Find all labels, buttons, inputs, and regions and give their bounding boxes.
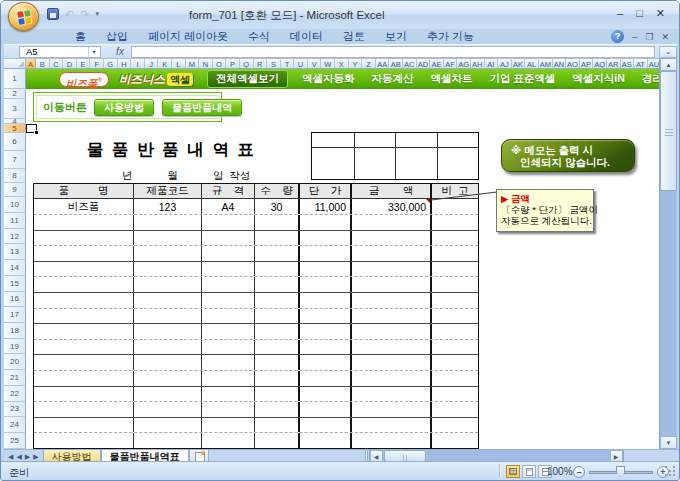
table-cell[interactable] bbox=[432, 277, 478, 292]
table-cell[interactable] bbox=[255, 371, 300, 386]
column-header-P[interactable]: P bbox=[226, 59, 240, 68]
column-header-X[interactable]: X bbox=[335, 59, 349, 68]
column-header-H[interactable]: H bbox=[118, 59, 132, 68]
column-header-AC[interactable]: AC bbox=[403, 59, 417, 68]
table-empty-row[interactable] bbox=[34, 387, 478, 403]
table-cell[interactable] bbox=[352, 340, 432, 355]
doc-minimize-button[interactable]: – bbox=[632, 32, 637, 42]
row-header-24[interactable]: 24 bbox=[4, 417, 26, 433]
table-data-cell-6[interactable] bbox=[432, 199, 478, 214]
column-header-B[interactable]: B bbox=[36, 59, 50, 68]
column-header-AT[interactable]: AT bbox=[634, 59, 648, 68]
table-cell[interactable] bbox=[255, 231, 300, 246]
table-cell[interactable] bbox=[202, 262, 255, 277]
help-icon[interactable]: ? bbox=[611, 30, 624, 43]
table-cell[interactable] bbox=[34, 418, 134, 433]
table-cell[interactable] bbox=[134, 355, 202, 370]
row-header-20[interactable]: 20 bbox=[4, 354, 26, 370]
banner-menu-item-1[interactable]: 엑셀자동화 bbox=[302, 72, 355, 86]
table-cell[interactable] bbox=[134, 246, 202, 261]
column-header-AH[interactable]: AH bbox=[471, 59, 485, 68]
nav-button-1[interactable]: 물품반품내역 bbox=[162, 99, 242, 116]
ribbon-tab-1[interactable]: 삽입 bbox=[96, 29, 138, 44]
column-header-AE[interactable]: AE bbox=[430, 59, 444, 68]
table-cell[interactable] bbox=[255, 340, 300, 355]
table-empty-row[interactable] bbox=[34, 246, 478, 262]
customize-qat-caret-icon[interactable]: ▾ bbox=[95, 10, 99, 18]
column-header-AA[interactable]: AA bbox=[376, 59, 390, 68]
table-cell[interactable] bbox=[300, 418, 352, 433]
table-cell[interactable] bbox=[255, 309, 300, 324]
table-cell[interactable] bbox=[202, 402, 255, 417]
table-cell[interactable] bbox=[134, 215, 202, 230]
redo-icon[interactable]: ↷ bbox=[80, 8, 89, 20]
row-header-15[interactable]: 15 bbox=[4, 276, 26, 292]
column-header-AS[interactable]: AS bbox=[621, 59, 635, 68]
banner-menu-item-5[interactable]: 엑셀지식iN bbox=[572, 72, 625, 86]
table-cell[interactable] bbox=[255, 277, 300, 292]
table-cell[interactable] bbox=[134, 262, 202, 277]
select-all-corner[interactable] bbox=[4, 59, 26, 68]
nav-button-0[interactable]: 사용방법 bbox=[94, 99, 154, 116]
column-header-E[interactable]: E bbox=[77, 59, 91, 68]
table-cell[interactable] bbox=[255, 215, 300, 230]
table-empty-row[interactable] bbox=[34, 371, 478, 387]
table-cell[interactable] bbox=[202, 231, 255, 246]
name-box-caret-icon[interactable]: ▾ bbox=[88, 47, 99, 57]
table-cell[interactable] bbox=[134, 324, 202, 339]
table-header-cell-0[interactable]: 품 명 bbox=[34, 184, 134, 198]
table-cell[interactable] bbox=[34, 262, 134, 277]
table-header-cell-2[interactable]: 규 격 bbox=[202, 184, 255, 198]
table-cell[interactable] bbox=[255, 433, 300, 448]
table-empty-row[interactable] bbox=[34, 433, 478, 448]
column-header-AI[interactable]: AI bbox=[485, 59, 499, 68]
row-header-5[interactable]: 5 bbox=[4, 124, 26, 133]
table-cell[interactable] bbox=[255, 387, 300, 402]
column-header-AP[interactable]: AP bbox=[580, 59, 594, 68]
table-empty-row[interactable] bbox=[34, 293, 478, 309]
table-cell[interactable] bbox=[352, 293, 432, 308]
table-cell[interactable] bbox=[300, 371, 352, 386]
column-header-F[interactable]: F bbox=[90, 59, 104, 68]
table-cell[interactable] bbox=[34, 215, 134, 230]
table-cell[interactable] bbox=[255, 293, 300, 308]
close-button[interactable]: ✕ bbox=[656, 7, 665, 20]
table-cell[interactable] bbox=[202, 340, 255, 355]
column-header-N[interactable]: N bbox=[199, 59, 213, 68]
row-header-16[interactable]: 16 bbox=[4, 292, 26, 308]
save-icon[interactable] bbox=[47, 8, 59, 20]
column-header-M[interactable]: M bbox=[186, 59, 200, 68]
table-cell[interactable] bbox=[255, 324, 300, 339]
table-cell[interactable] bbox=[432, 433, 478, 448]
table-cell[interactable] bbox=[300, 387, 352, 402]
column-header-D[interactable]: D bbox=[63, 59, 77, 68]
business-excel-logo[interactable]: 비즈니스 엑셀 bbox=[119, 72, 193, 87]
row-header-3[interactable]: 3 bbox=[4, 99, 26, 119]
table-header-cell-6[interactable]: 비 고 bbox=[432, 184, 478, 198]
table-cell[interactable] bbox=[300, 262, 352, 277]
column-header-AR[interactable]: AR bbox=[607, 59, 621, 68]
table-cell[interactable] bbox=[432, 246, 478, 261]
banner-menu-item-0[interactable]: 전체엑셀보기 bbox=[207, 70, 288, 88]
table-cell[interactable] bbox=[255, 246, 300, 261]
table-cell[interactable] bbox=[34, 293, 134, 308]
bizform-logo[interactable]: 비즈폼® bbox=[59, 72, 109, 87]
vertical-scrollbar-thumb[interactable] bbox=[660, 71, 677, 191]
row-header-23[interactable]: 23 bbox=[4, 402, 26, 418]
row-header-1[interactable]: 1 bbox=[4, 69, 26, 89]
column-header-C[interactable]: C bbox=[50, 59, 64, 68]
column-header-S[interactable]: S bbox=[267, 59, 281, 68]
column-header-AN[interactable]: AN bbox=[553, 59, 567, 68]
table-cell[interactable] bbox=[352, 262, 432, 277]
table-cell[interactable] bbox=[432, 418, 478, 433]
row-header-7[interactable]: 7 bbox=[4, 151, 26, 169]
table-cell[interactable] bbox=[300, 231, 352, 246]
table-empty-row[interactable] bbox=[34, 355, 478, 371]
formula-input[interactable] bbox=[131, 46, 655, 58]
table-cell[interactable] bbox=[300, 433, 352, 448]
table-cell[interactable] bbox=[134, 433, 202, 448]
table-empty-row[interactable] bbox=[34, 418, 478, 434]
zoom-level-label[interactable]: 100% bbox=[547, 466, 573, 477]
column-header-Z[interactable]: Z bbox=[362, 59, 376, 68]
table-cell[interactable] bbox=[255, 402, 300, 417]
